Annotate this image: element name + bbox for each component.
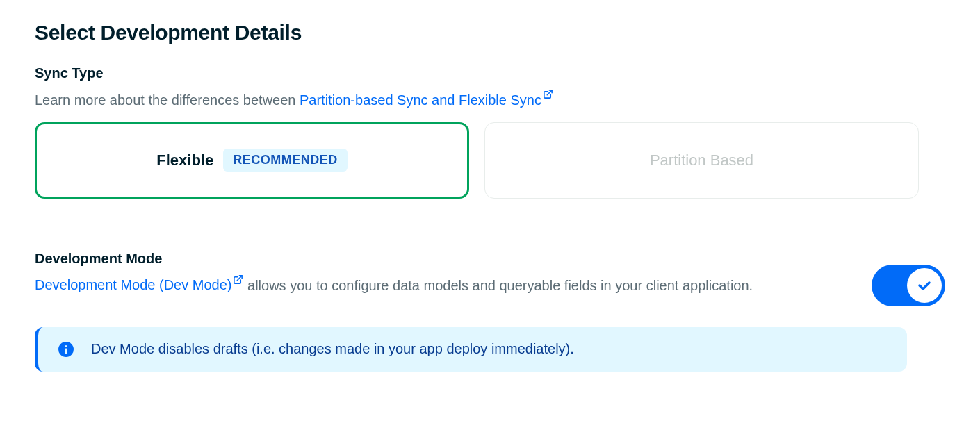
development-mode-link-text: Development Mode (Dev Mode) [35, 277, 231, 292]
development-mode-text: Development Mode Development Mode (Dev M… [35, 251, 765, 296]
external-link-icon [233, 274, 243, 290]
sync-type-option-content: Flexible RECOMMENDED [156, 149, 347, 172]
info-icon [58, 341, 74, 358]
svg-point-3 [65, 345, 67, 347]
development-mode-link[interactable]: Development Mode (Dev Mode) [35, 277, 243, 292]
development-mode-label: Development Mode [35, 251, 765, 267]
development-mode-section: Development Mode Development Mode (Dev M… [35, 251, 945, 306]
sync-type-learn-more-link[interactable]: Partition-based Sync and Flexible Sync [300, 92, 553, 108]
checkmark-icon [916, 277, 933, 294]
sync-type-description-prefix: Learn more about the differences between [35, 92, 300, 108]
svg-line-1 [238, 276, 243, 281]
sync-type-flexible-label: Flexible [156, 151, 213, 169]
sync-type-option-partition[interactable]: Partition Based [484, 122, 919, 199]
toggle-knob [907, 268, 942, 303]
external-link-icon [543, 88, 553, 103]
sync-type-link-text: Partition-based Sync and Flexible Sync [300, 92, 541, 108]
info-banner: Dev Mode disables drafts (i.e. changes m… [35, 327, 907, 372]
sync-type-label: Sync Type [35, 65, 945, 81]
svg-line-0 [547, 90, 552, 95]
sync-type-section: Sync Type Learn more about the differenc… [35, 65, 945, 199]
sync-type-option-flexible[interactable]: Flexible RECOMMENDED [35, 122, 469, 199]
sync-type-options: Flexible RECOMMENDED Partition Based [35, 122, 945, 199]
development-mode-description-suffix: allows you to configure data models and … [243, 277, 753, 292]
info-banner-text: Dev Mode disables drafts (i.e. changes m… [91, 341, 574, 357]
page-title: Select Development Details [35, 21, 945, 44]
development-mode-toggle[interactable] [872, 265, 945, 306]
sync-type-partition-label: Partition Based [650, 151, 753, 169]
recommended-badge: RECOMMENDED [223, 149, 348, 172]
sync-type-description: Learn more about the differences between… [35, 88, 945, 110]
svg-rect-4 [65, 348, 67, 354]
development-mode-description: Development Mode (Dev Mode) allows you t… [35, 274, 765, 296]
